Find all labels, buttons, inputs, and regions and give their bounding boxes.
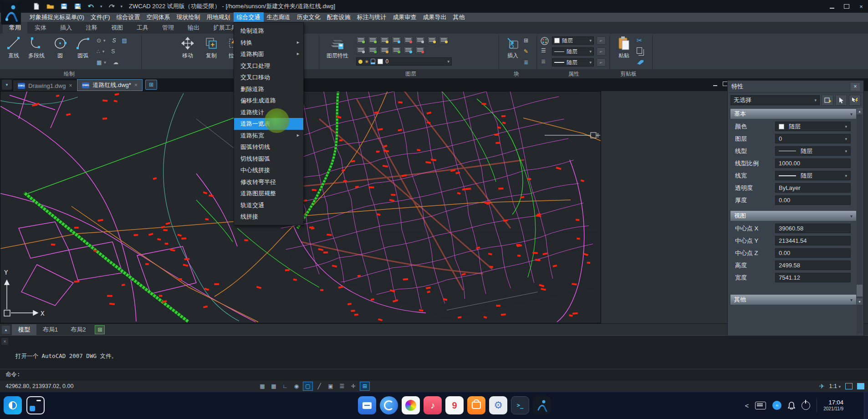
palette-icon[interactable]: [540, 37, 549, 45]
minimize-button[interactable]: [828, 3, 836, 10]
layer-properties-button[interactable]: 图层特性: [324, 36, 351, 60]
menu-osnap[interactable]: 对象捕捉光标菜单(0): [26, 12, 87, 22]
power-icon[interactable]: [802, 401, 810, 410]
menu-item-road-surface[interactable]: 道路构面►: [234, 48, 303, 60]
menu-transport[interactable]: 综合交通: [234, 12, 264, 22]
lineweight-value[interactable]: 随层▾: [775, 171, 851, 180]
transparency-value[interactable]: ByLayer: [775, 183, 851, 193]
grid-icon[interactable]: ▦: [257, 382, 267, 391]
otrack-icon[interactable]: ╱: [314, 382, 324, 391]
menu-history-culture[interactable]: 历史文化: [294, 12, 324, 22]
linetype-value[interactable]: 随层▾: [775, 146, 851, 156]
selection-cycling-icon[interactable]: ⊞: [360, 382, 370, 391]
menu-item-modify-turn-radius[interactable]: 修改转弯半径: [234, 176, 303, 188]
transparency-toggle-icon[interactable]: ✛: [348, 382, 358, 391]
ellipse-tool-row[interactable]: ⊙▾S▨: [97, 37, 127, 44]
color-combo[interactable]: 随层▾: [552, 36, 594, 45]
menu-item-junction-process[interactable]: 交叉口处理: [234, 60, 303, 72]
menu-item-road-widen[interactable]: 道路拓宽►: [234, 130, 303, 142]
toggle-pickadd-button[interactable]: [822, 95, 833, 106]
menu-status-drawing[interactable]: 现状绘制: [174, 12, 204, 22]
scroll-thumb[interactable]: [857, 285, 863, 296]
copy-clip-icon[interactable]: [637, 47, 642, 54]
properties-close-button[interactable]: ×: [851, 83, 860, 91]
tab-layout2[interactable]: 布局2: [64, 324, 92, 335]
menu-item-delete-road[interactable]: 删除道路: [234, 83, 303, 95]
menu-general-settings[interactable]: 综合设置: [113, 12, 143, 22]
polyline-tool[interactable]: 多段线: [26, 36, 47, 60]
layer-change-icon[interactable]: [380, 46, 389, 54]
doc-tab-drawing1[interactable]: DWGDrawing1.dwg×: [13, 80, 77, 91]
ribbon-tab-view[interactable]: 视图: [105, 22, 129, 34]
section-other[interactable]: 其他▾: [730, 295, 856, 305]
layer-isolate-icon[interactable]: [380, 36, 389, 44]
save-as-icon[interactable]: [73, 2, 82, 10]
calendar-icon[interactable]: 9: [445, 396, 464, 414]
menu-space-system[interactable]: 空间体系: [143, 12, 174, 22]
insert-block-button[interactable]: 插入: [502, 36, 524, 60]
command-history[interactable]: × 打开一个 AutoCAD 2007 DWG 文件。 正在用字型[/usr/s…: [0, 335, 868, 369]
line-tool[interactable]: 直线: [3, 36, 25, 60]
annotation-scale[interactable]: 1:1 ▾: [829, 383, 841, 389]
paste-button[interactable]: 粘贴: [613, 36, 635, 60]
menu-result-export[interactable]: 成果导出: [420, 12, 450, 22]
block-edit-icon[interactable]: ⊞: [524, 37, 528, 44]
close-tab-icon[interactable]: ×: [69, 82, 72, 89]
save-icon[interactable]: [59, 2, 68, 10]
linetype-combo[interactable]: 随层▾: [552, 47, 594, 56]
menu-item-centerline-join[interactable]: 中心线拼接: [234, 164, 303, 176]
scroll-up-icon[interactable]: ▴: [857, 108, 863, 114]
properties-header[interactable]: 特性 ×: [728, 81, 863, 93]
ribbon-tab-insert[interactable]: 插入: [54, 22, 78, 34]
center-z-value[interactable]: 0.00: [775, 248, 851, 258]
tab-layout1[interactable]: 布局1: [36, 324, 64, 335]
undo-dropdown-icon[interactable]: ▾: [100, 4, 102, 9]
layer-on-icon[interactable]: [368, 36, 378, 44]
polar-icon[interactable]: ◉: [291, 382, 301, 391]
zwcad-dock-icon[interactable]: [533, 396, 551, 414]
show-desktop-button[interactable]: [864, 392, 868, 419]
menu-file[interactable]: 文件(F): [87, 12, 113, 22]
select-objects-button[interactable]: [835, 95, 847, 106]
redo-dropdown-icon[interactable]: ▾: [121, 4, 123, 9]
annotation-plane-icon[interactable]: ✈: [819, 383, 825, 390]
ribbon-tab-solid[interactable]: 实体: [28, 22, 53, 34]
circle-tool[interactable]: 圆: [49, 36, 71, 60]
layer-walk-icon[interactable]: [392, 46, 401, 54]
match-properties-icon[interactable]: [637, 59, 644, 65]
layer-lock-icon[interactable]: [415, 36, 425, 44]
clock[interactable]: 17:042021/11/9: [823, 399, 843, 411]
workspace-icon[interactable]: [845, 383, 853, 389]
lineweight-launcher-button[interactable]: ⌐: [597, 58, 606, 66]
arc-tool[interactable]: 圆弧: [72, 36, 94, 60]
terminal-icon[interactable]: >_: [511, 396, 529, 414]
hatch-tool-row[interactable]: ▦▾☁: [97, 59, 118, 66]
block-attrib-icon[interactable]: ✎: [524, 48, 528, 55]
properties-scrollbar[interactable]: ▴ ▾: [857, 108, 863, 334]
notification-bell-icon[interactable]: [788, 401, 795, 409]
lineweight-combo[interactable]: 随层▾: [552, 58, 594, 66]
doc-tab-daoluhongxian[interactable]: DWG道路红线.dwg*×: [77, 79, 143, 91]
menu-item-convert[interactable]: 转换►: [234, 37, 303, 49]
layer-combo[interactable]: ✳ 0 ▾: [356, 57, 452, 66]
scroll-down-icon[interactable]: ▾: [857, 298, 863, 305]
ribbon-tab-tools[interactable]: 工具: [130, 22, 155, 34]
multitasking-icon[interactable]: [26, 396, 45, 414]
layer-del2-icon[interactable]: [415, 46, 425, 54]
layer-off-icon[interactable]: [356, 36, 366, 44]
block-define-icon[interactable]: ≣: [524, 59, 528, 66]
menu-item-draw-road[interactable]: 绘制道路: [234, 25, 303, 37]
width-value[interactable]: 7541.12: [775, 273, 851, 282]
music-icon[interactable]: ♪: [424, 396, 442, 414]
close-tab-icon[interactable]: ×: [134, 82, 138, 88]
new-layout-button[interactable]: ⊞: [95, 325, 105, 334]
linetype-launcher-button[interactable]: ⌐: [597, 47, 606, 56]
ortho-icon[interactable]: ∟: [280, 382, 290, 391]
menu-item-junction-move[interactable]: 交叉口移动: [234, 72, 303, 83]
redo-icon[interactable]: [107, 2, 116, 10]
layer-current-icon[interactable]: [368, 46, 378, 54]
new-file-icon[interactable]: [32, 2, 41, 10]
menu-land-planning[interactable]: 用地规划: [204, 12, 234, 22]
layout-collapse-icon[interactable]: ▴: [2, 326, 10, 334]
doc-minimize-button[interactable]: [713, 81, 717, 87]
